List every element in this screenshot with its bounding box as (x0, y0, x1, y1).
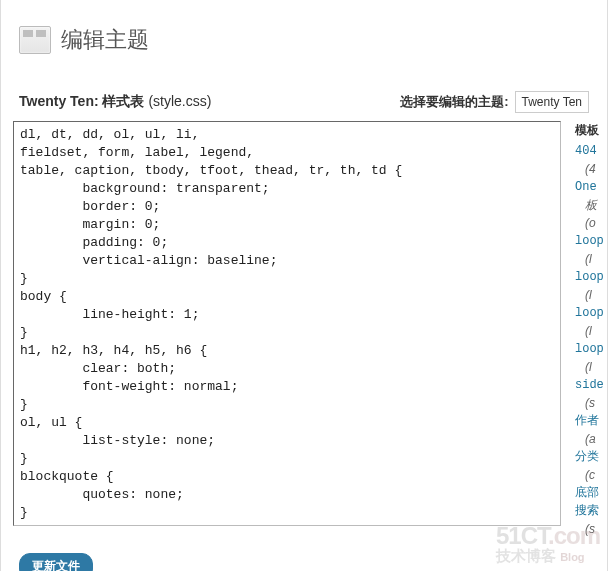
sidebar-file-list: 404(4One板(oloop(lloop(lloop(lloop(lside(… (575, 142, 607, 538)
sidebar-file-sub: (s (575, 520, 607, 538)
sidebar-header-templates: 模板 (575, 121, 607, 142)
sidebar-file-sub: (l (575, 322, 607, 340)
sidebar-file-sub: (c (575, 466, 607, 484)
sidebar-file-link[interactable]: loop (575, 304, 607, 322)
sidebar-file-link[interactable]: side (575, 376, 607, 394)
sidebar-file-link[interactable]: loop (575, 340, 607, 358)
update-file-button[interactable]: 更新文件 (19, 553, 93, 571)
sidebar-file-link[interactable]: 404 (575, 142, 607, 160)
sidebar-file-link[interactable]: 底部 (575, 484, 607, 502)
sidebar-file-sub: (l (575, 358, 607, 376)
sidebar-file-link[interactable]: 作者 (575, 412, 607, 430)
file-sidebar: 模板 404(4One板(oloop(lloop(lloop(lloop(lsi… (561, 121, 607, 538)
sidebar-file-sub: (4 (575, 160, 607, 178)
switch-theme-label: 选择要编辑的主题: (400, 93, 508, 111)
code-editor-textarea[interactable] (13, 121, 561, 526)
sidebar-file-sub: (l (575, 250, 607, 268)
sidebar-file-link[interactable]: loop (575, 268, 607, 286)
sidebar-file-sub: 板 (575, 196, 607, 214)
sidebar-file-link[interactable]: loop (575, 232, 607, 250)
sidebar-file-link[interactable]: 搜索 (575, 502, 607, 520)
sidebar-file-sub: (s (575, 394, 607, 412)
sidebar-file-link[interactable]: 分类 (575, 448, 607, 466)
sidebar-file-sub: (l (575, 286, 607, 304)
sidebar-file-link[interactable]: One (575, 178, 607, 196)
themes-icon (19, 26, 51, 54)
theme-select[interactable]: Twenty Ten (515, 91, 589, 113)
page-title: 编辑主题 (61, 25, 149, 55)
sidebar-file-sub: (a (575, 430, 607, 448)
current-file-label: Twenty Ten: 样式表 (style.css) (19, 93, 211, 111)
sidebar-file-sub: (o (575, 214, 607, 232)
